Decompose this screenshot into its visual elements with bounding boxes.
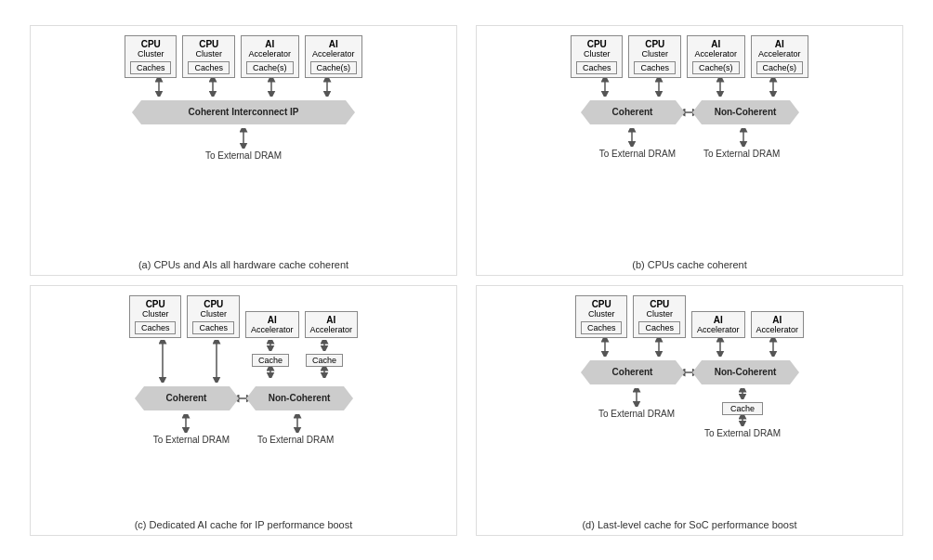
arrows-dram-c	[132, 414, 355, 433]
caption-b: (b) CPUs cache coherent	[632, 259, 747, 270]
d-ai-1: AI Accelerator	[691, 311, 745, 338]
b-cpu-2: CPU Cluster Caches	[628, 35, 681, 78]
caption-d: (d) Last-level cache for SoC performance…	[582, 519, 796, 530]
ribbon-row-d: Coherent Non-Coherent	[590, 358, 790, 386]
ext-dram-a: To External DRAM	[205, 150, 282, 161]
caption-c: (c) Dedicated AI cache for IP performanc…	[135, 519, 353, 530]
c-ai-2: AI Accelerator	[305, 311, 359, 338]
d-cpu-1: CPU Cluster Caches	[575, 295, 628, 338]
c-ai-1: AI Accelerator	[245, 311, 299, 338]
arrow-dram-a	[132, 128, 355, 149]
caption-a: (a) CPUs and AIs all hardware cache cohe…	[138, 259, 348, 270]
b-ai-1: AI Accelerator Cache(s)	[687, 35, 745, 78]
cpu-cluster-2: CPU Cluster Caches	[182, 35, 235, 78]
ribbon-row-b: Coherent Non-Coherent	[590, 98, 790, 126]
diagram-a: CPU Cluster Caches CPU Cluster Caches AI…	[30, 25, 457, 276]
arrows-b	[578, 78, 801, 97]
below-ribbons-d: To External DRAM Cache To External DRAM	[585, 388, 794, 438]
ribbon-a: Coherent Interconnect IP	[132, 98, 355, 126]
ai-accel-2: AI Accelerator Cache(s)	[305, 35, 363, 78]
b-cpu-1: CPU Cluster Caches	[571, 35, 624, 78]
node-row-d: CPU Cluster Caches CPU Cluster Caches AI…	[575, 295, 804, 338]
cpu-cluster-1: CPU Cluster Caches	[125, 35, 177, 78]
arrows-a	[132, 78, 355, 97]
arrows-dram-b	[578, 128, 801, 147]
dram-row-b: To External DRAM To External DRAM	[599, 147, 781, 159]
diagram-d: CPU Cluster Caches CPU Cluster Caches AI…	[476, 285, 903, 536]
arrows-and-cache-c: Cache Cache	[138, 340, 348, 383]
c-cpu-1: CPU Cluster Caches	[129, 295, 182, 338]
d-cpu-2: CPU Cluster Caches	[633, 295, 686, 338]
node-row-b: CPU Cluster Caches CPU Cluster Caches AI…	[571, 35, 808, 78]
b-ai-2: AI Accelerator Cache(s)	[751, 35, 809, 78]
main-container: CPU Cluster Caches CPU Cluster Caches AI…	[20, 16, 913, 545]
diagram-c: CPU Cluster Caches CPU Cluster Caches AI…	[30, 285, 457, 536]
dram-row-c: To External DRAM To External DRAM	[153, 433, 335, 445]
c-cpu-2: CPU Cluster Caches	[187, 295, 240, 338]
d-ai-2: AI Accelerator	[751, 311, 805, 338]
ribbon-row-c: Coherent Non-Coherent	[144, 384, 344, 412]
node-row-c: CPU Cluster Caches CPU Cluster Caches AI…	[129, 295, 358, 338]
arrows-d	[578, 338, 801, 357]
diagram-b: CPU Cluster Caches CPU Cluster Caches AI…	[476, 25, 903, 276]
node-row-a: CPU Cluster Caches CPU Cluster Caches AI…	[125, 35, 362, 78]
ai-accel-1: AI Accelerator Cache(s)	[241, 35, 299, 78]
